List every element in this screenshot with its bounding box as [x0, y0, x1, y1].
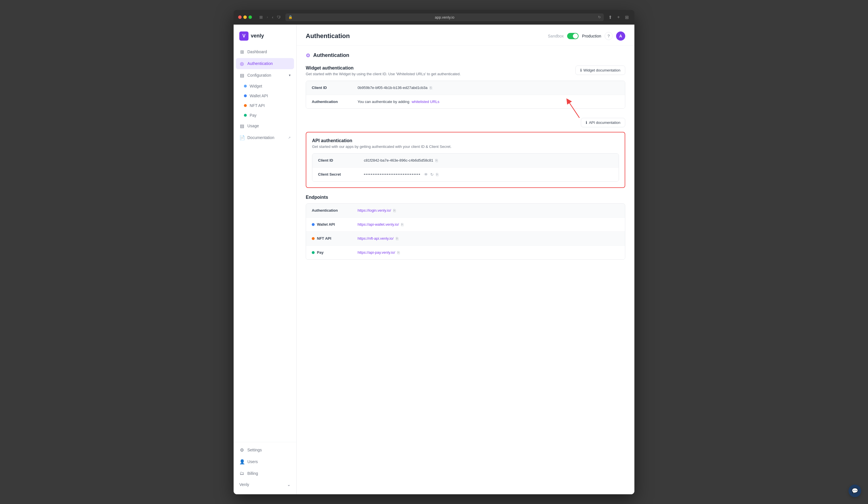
- authentication-icon: ◎: [239, 61, 245, 66]
- sidebar-item-configuration[interactable]: ▤ Configuration ▾: [236, 70, 294, 81]
- sidebar-item-pay-label: Pay: [250, 113, 257, 117]
- authentication-endpoint-link[interactable]: https://login.venly.io/: [358, 208, 391, 212]
- endpoint-authentication-label: Authentication: [306, 204, 352, 217]
- api-auth-desc: Get started with our apps by getting aut…: [312, 145, 484, 149]
- maximize-traffic-light[interactable]: [248, 15, 252, 19]
- endpoint-auth-text: Authentication: [312, 208, 338, 212]
- client-secret-row: Client Secret ••••••••••••••••••••••••••…: [312, 168, 619, 181]
- api-doc-btn-label: API documentation: [589, 120, 620, 125]
- new-tab-btn[interactable]: +: [616, 14, 621, 20]
- shield-icon: 🛡: [277, 15, 281, 19]
- usage-icon: ▤: [239, 123, 245, 129]
- workspace-expand-icon: ⌄: [287, 482, 291, 487]
- copy-secret-icon[interactable]: ⎘: [436, 172, 438, 177]
- widget-documentation-button[interactable]: ℹ Widget documentation: [576, 65, 625, 75]
- address-bar[interactable]: [286, 13, 603, 21]
- sidebar-item-nft-api-label: NFT API: [250, 103, 265, 108]
- dashboard-icon: ⊞: [239, 49, 245, 55]
- window-layout-btn[interactable]: ⊞: [258, 14, 265, 20]
- widget-auth-value: You can authenticate by adding whitelist…: [352, 95, 625, 108]
- pay-endpoint-link[interactable]: https://api-pay.venly.io/: [358, 250, 395, 254]
- question-mark-icon: ?: [608, 34, 610, 38]
- widget-auth-desc: Get started with the Widget by using the…: [306, 72, 461, 76]
- sidebar-item-nft-api[interactable]: NFT API: [240, 101, 294, 110]
- wallet-api-endpoint-link[interactable]: https://api-wallet.venly.io/: [358, 222, 399, 227]
- logo-icon: V: [239, 31, 248, 41]
- sidebar-item-settings-label: Settings: [247, 448, 262, 452]
- endpoints-table: Authentication https://login.venly.io/ ⎘: [306, 203, 625, 260]
- widget-auth-header: Widget authentication Get started with t…: [306, 65, 625, 76]
- pay-dot: [244, 114, 247, 117]
- api-client-id-value: c81f2842-ba7e-463e-896c-c4b6d5d58c81 ⎘: [358, 154, 619, 167]
- nft-api-dot: [244, 104, 247, 107]
- sidebar-item-dashboard[interactable]: ⊞ Dashboard: [236, 46, 294, 57]
- show-secret-icon[interactable]: 👁: [424, 172, 428, 177]
- workspace-selector[interactable]: Venly ⌄: [236, 480, 294, 490]
- main-content: Authentication Sandbox Production ? A: [297, 24, 634, 494]
- nft-endpoint-copy-icon[interactable]: ⎘: [396, 236, 398, 241]
- whitelisted-urls-link[interactable]: whitelisted URLs: [412, 99, 440, 104]
- refresh-secret-icon[interactable]: ↻: [430, 172, 434, 177]
- sidebar-item-wallet-api[interactable]: Wallet API: [240, 91, 294, 101]
- api-client-id-copy-icon[interactable]: ⎘: [435, 158, 438, 163]
- widget-auth-title: Widget authentication: [306, 65, 461, 71]
- client-secret-value: •••••••••••••••••••••••••••••••• 👁 ↻ ⎘: [358, 168, 619, 181]
- external-link-icon: ↗: [288, 136, 291, 139]
- chat-bubble-button[interactable]: 💬: [848, 485, 861, 497]
- sidebar-item-pay[interactable]: Pay: [240, 111, 294, 120]
- sidebar-item-settings[interactable]: ⚙ Settings: [236, 444, 294, 456]
- help-button[interactable]: ?: [604, 32, 613, 40]
- app-content: V venly ⊞ Dashboard ◎ Authentication ▤ C…: [234, 24, 634, 494]
- auth-endpoint-copy-icon[interactable]: ⎘: [393, 208, 396, 213]
- sidebar-item-documentation[interactable]: 📄 Documentation ↗: [236, 132, 294, 143]
- back-btn[interactable]: ‹: [270, 14, 275, 20]
- widget-doc-btn-label: Widget documentation: [583, 68, 620, 72]
- api-client-id-label: Client ID: [312, 154, 358, 167]
- sidebar-item-configuration-label: Configuration: [247, 73, 271, 77]
- minimize-traffic-light[interactable]: [243, 15, 247, 19]
- sidebar-item-widget[interactable]: Widget: [240, 82, 294, 91]
- share-btn[interactable]: ⬆: [607, 14, 613, 21]
- grid-view-btn[interactable]: ⊞: [624, 14, 630, 21]
- documentation-icon: 📄: [239, 135, 245, 140]
- sidebar-item-users[interactable]: 👤 Users: [236, 456, 294, 468]
- workspace-name: Venly: [239, 482, 249, 487]
- sidebar-item-wallet-api-label: Wallet API: [250, 94, 268, 98]
- endpoint-wallet-api-label: Wallet API: [306, 218, 352, 231]
- traffic-lights: [238, 15, 252, 19]
- widget-auth-title-area: Widget authentication Get started with t…: [306, 65, 461, 76]
- sidebar-item-usage[interactable]: ▤ Usage: [236, 120, 294, 132]
- endpoint-pay-label: Pay: [306, 246, 352, 259]
- browser-chrome: ⊞ › ‹ › 🛡 🔒 ↻ ⬆ + ⊞: [234, 10, 634, 24]
- browser-actions: ⬆ + ⊞: [607, 14, 630, 21]
- pay-endpoint-copy-icon[interactable]: ⎘: [397, 250, 400, 255]
- environment-toggle[interactable]: [567, 33, 579, 39]
- widget-auth-row: Authentication You can authenticate by a…: [306, 95, 625, 108]
- sidebar-item-authentication-label: Authentication: [247, 61, 273, 66]
- refresh-icon[interactable]: ↻: [598, 15, 601, 19]
- api-auth-table: Client ID c81f2842-ba7e-463e-896c-c4b6d5…: [312, 153, 619, 182]
- api-documentation-button[interactable]: ℹ API documentation: [581, 118, 625, 127]
- nft-api-endpoint-link[interactable]: https://nft-api.venly.io/: [358, 236, 394, 241]
- nft-api-endpoint-dot: [312, 237, 314, 240]
- api-client-id-row: Client ID c81f2842-ba7e-463e-896c-c4b6d5…: [312, 154, 619, 168]
- address-bar-wrapper: 🛡 🔒 ↻: [286, 13, 603, 21]
- close-traffic-light[interactable]: [238, 15, 241, 19]
- client-id-text: 0b959b7e-bf05-4b1b-b136-ed27abd1cb3a: [358, 85, 427, 90]
- widget-client-id-row: Client ID 0b959b7e-bf05-4b1b-b136-ed27ab…: [306, 81, 625, 95]
- widget-auth-block: Widget authentication Get started with t…: [306, 65, 625, 109]
- client-id-copy-icon[interactable]: ⎘: [430, 85, 432, 90]
- wallet-endpoint-copy-icon[interactable]: ⎘: [401, 222, 403, 227]
- chevron-down-icon: ▾: [289, 73, 291, 77]
- avatar[interactable]: A: [616, 31, 625, 41]
- page-title: Authentication: [306, 32, 350, 40]
- sidebar-item-billing[interactable]: 🗂 Billing: [236, 468, 294, 479]
- endpoint-pay-text: Pay: [317, 250, 323, 254]
- widget-auth-label: Authentication: [306, 95, 352, 108]
- sidebar-item-authentication[interactable]: ◎ Authentication: [236, 58, 294, 69]
- nav-bottom: ⚙ Settings 👤 Users 🗂 Billing Venly ⌄: [234, 442, 296, 490]
- sidebar-item-widget-label: Widget: [250, 84, 262, 88]
- api-client-id-text: c81f2842-ba7e-463e-896c-c4b6d5d58c81: [364, 158, 433, 162]
- header-right: Sandbox Production ? A: [548, 31, 625, 41]
- endpoint-wallet-api-text: Wallet API: [317, 222, 335, 227]
